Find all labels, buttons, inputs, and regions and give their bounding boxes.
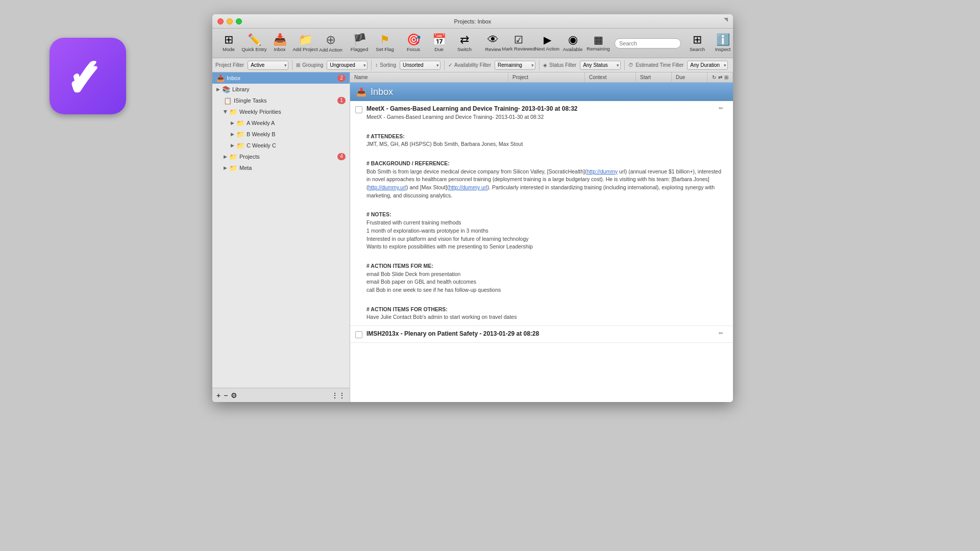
settings-button[interactable]: ⚙: [231, 391, 237, 399]
sidebar-item-weekly-priorities[interactable]: ▶ 📁 Weekly Priorities: [212, 106, 350, 117]
status-select[interactable]: Any Status: [580, 61, 621, 70]
next-action-label: Next Action: [535, 46, 559, 52]
remaining-label: Remaining: [586, 46, 609, 52]
inspect-button[interactable]: ℹ️ Inspect: [710, 31, 733, 56]
due-button[interactable]: 📅 Due: [427, 31, 451, 56]
status-icon: ◈: [543, 62, 547, 68]
barbara-link[interactable]: http://dummy.url: [369, 184, 407, 190]
sidebar-item-projects[interactable]: ▶ 📁 Projects 4: [212, 151, 350, 162]
due-label: Due: [434, 46, 443, 52]
task-edit-2[interactable]: ✏: [719, 330, 727, 338]
mark-reviewed-label: Mark Reviewed: [502, 46, 535, 52]
status-wrap: Any Status: [580, 61, 621, 70]
table-row[interactable]: ✏ IMSH2013x - Plenary on Patient Safety …: [350, 326, 733, 343]
col-icons: ↻ ⇄ ⊞: [707, 72, 733, 82]
sidebar-item-meta[interactable]: ▶ 📁 Meta: [212, 162, 350, 173]
next-action-icon: ▶: [544, 35, 551, 45]
task-checkbox-2[interactable]: [355, 331, 362, 338]
checkmark-icon: ✓: [65, 58, 111, 94]
sidebar: 📥 Inbox 2 ▶ 📚 Library 📋 ISingle Tasks 1 …: [212, 72, 350, 402]
mark-reviewed-button[interactable]: ☑ Mark Reviewed: [506, 31, 531, 56]
mode-button[interactable]: ⊞ Mode: [216, 31, 241, 56]
switch-button[interactable]: ⇄ Switch: [452, 31, 477, 56]
grouping-label: Grouping: [302, 62, 323, 68]
remaining-icon: ▦: [594, 35, 603, 45]
due-icon: 📅: [432, 34, 446, 45]
meta-icon: 📁: [229, 164, 237, 172]
mark-reviewed-icon: ☑: [514, 35, 523, 45]
add-project-icon: 📁: [299, 34, 312, 45]
add-project-button[interactable]: 📁 Add Project: [293, 31, 317, 56]
review-button[interactable]: 👁 Review: [481, 31, 505, 56]
mode-label: Mode: [223, 46, 235, 52]
sorting-select[interactable]: Unsorted: [400, 61, 440, 70]
refresh-icon: ↻: [712, 74, 716, 80]
focus-button[interactable]: 🎯 Focus: [401, 31, 426, 56]
close-button[interactable]: [217, 18, 224, 24]
sync-icon2: ⇄: [718, 74, 722, 80]
task-checkbox-1[interactable]: [355, 106, 362, 113]
grouping-select[interactable]: Ungrouped: [327, 61, 368, 70]
inbox-label: Inbox: [274, 46, 285, 52]
triangle-weekly: ▶: [223, 110, 228, 114]
time-select[interactable]: Any Duration: [687, 61, 728, 70]
sidebar-b-weekly-label: B Weekly B: [247, 131, 346, 137]
available-button[interactable]: ◉ Available: [560, 31, 585, 56]
table-row[interactable]: ✏ MeetX - Games-Based Learning and Devic…: [350, 101, 733, 326]
inbox-button[interactable]: 📥 Inbox: [267, 31, 292, 56]
task-edit-1[interactable]: ✏: [719, 105, 727, 113]
sidebar-weekly-priorities-label: Weekly Priorities: [239, 109, 346, 115]
task-title-1: MeetX - Games-Based Learning and Device …: [366, 105, 727, 112]
sidebar-item-b-weekly[interactable]: ▶ 📁 B Weekly B: [212, 129, 350, 140]
sidebar-item-single-tasks[interactable]: 📋 ISingle Tasks 1: [212, 95, 350, 106]
task-attendees-label: # ATTENDEES:: [366, 133, 727, 141]
single-tasks-icon: 📋: [224, 97, 232, 105]
sidebar-item-library[interactable]: ▶ 📚 Library: [212, 84, 350, 95]
set-flag-label: Set Flag: [376, 46, 394, 52]
project-filter-label: Project Filter: [215, 62, 244, 68]
availability-icon: ✓: [448, 62, 452, 68]
main-panel: Name Project Context Start Due ↻ ⇄ ⊞ 📥 I…: [350, 72, 733, 402]
add-action-button[interactable]: ⊕ Add Action: [318, 31, 343, 56]
view-button[interactable]: ⊞ Search: [685, 31, 709, 56]
projects-icon: 📁: [229, 153, 237, 161]
maximize-button[interactable]: [236, 18, 242, 24]
sidebar-inbox-label: Inbox: [227, 75, 335, 81]
socratic-link[interactable]: http://dummy: [586, 168, 618, 174]
availability-wrap: Remaining: [495, 61, 535, 70]
search-input[interactable]: [615, 38, 681, 48]
availability-select[interactable]: Remaining: [495, 61, 535, 70]
status-label: Status Filter: [549, 62, 576, 68]
c-weekly-icon: 📁: [236, 142, 244, 149]
sidebar-meta-label: Meta: [239, 165, 346, 171]
task-list: ✏ MeetX - Games-Based Learning and Devic…: [350, 101, 733, 402]
sidebar-projects-badge: 4: [337, 153, 346, 160]
task-notes-label: # NOTES:: [366, 211, 727, 219]
sidebar-library-label: Library: [232, 86, 346, 92]
task-body-1: MeetX - Games-Based Learning and Device …: [366, 113, 727, 321]
flagged-button[interactable]: 🏴 Flagged: [347, 31, 372, 56]
focus-label: Focus: [407, 46, 420, 52]
add-action-label: Add Action: [319, 47, 342, 53]
project-filter-wrap: Active: [248, 61, 288, 70]
task-summary-1: MeetX - Games-Based Learning and Device …: [366, 113, 727, 121]
sidebar-item-a-weekly[interactable]: ▶ 📁 A Weekly A: [212, 117, 350, 129]
project-filter-select[interactable]: Active: [248, 61, 288, 70]
available-icon: ◉: [568, 34, 578, 45]
remaining-button[interactable]: ▦ Remaining: [586, 31, 610, 56]
sidebar-item-c-weekly[interactable]: ▶ 📁 C Weekly C: [212, 140, 350, 151]
minimize-button[interactable]: [227, 18, 233, 24]
main-window: Projects: Inbox ⊞ Mode ✏️ Quick Entry 📥 …: [212, 14, 733, 402]
quick-entry-button[interactable]: ✏️ Quick Entry: [242, 31, 266, 56]
resize-button[interactable]: [721, 18, 728, 25]
list-view-button[interactable]: ⋮⋮: [331, 391, 346, 399]
a-weekly-icon: 📁: [236, 119, 244, 127]
add-button[interactable]: +: [216, 391, 220, 399]
add-project-label: Add Project: [292, 46, 317, 52]
next-action-button[interactable]: ▶ Next Action: [535, 31, 559, 56]
max-link[interactable]: http://dummy url: [449, 184, 487, 190]
sidebar-item-inbox[interactable]: 📥 Inbox 2: [212, 72, 350, 84]
available-label: Available: [563, 46, 582, 52]
set-flag-button[interactable]: ⚑ Set Flag: [373, 31, 397, 56]
remove-button[interactable]: −: [224, 391, 228, 399]
